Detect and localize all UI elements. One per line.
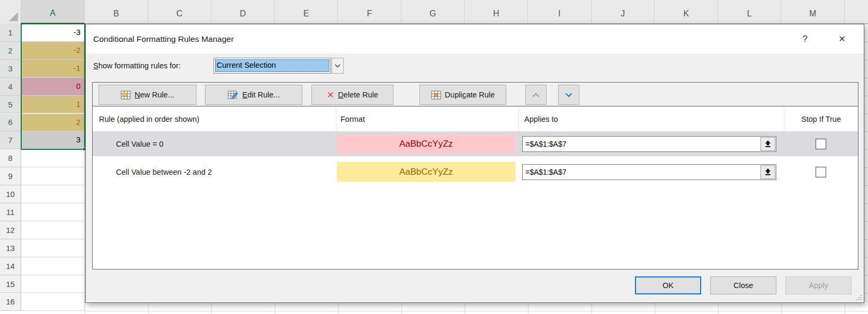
column-format: Format xyxy=(336,107,518,131)
column-header-m[interactable]: M xyxy=(781,0,845,24)
close-button[interactable]: Close xyxy=(710,276,776,294)
stop-if-true-checkbox[interactable] xyxy=(816,167,826,177)
sheet-row-4: 40 xyxy=(0,78,85,96)
row-header-1[interactable]: 1 xyxy=(0,24,21,42)
sheet-row-5: 51 xyxy=(0,96,85,114)
cell-a8[interactable] xyxy=(21,149,85,167)
dropdown-field[interactable]: Current Selection xyxy=(213,58,331,74)
applies-to-input[interactable]: =$A$1:$A$7 xyxy=(522,164,776,180)
collapse-dialog-button[interactable] xyxy=(760,137,775,151)
help-button[interactable]: ? xyxy=(797,24,813,53)
sheet-row-6: 62 xyxy=(0,114,85,132)
stop-if-true-checkbox[interactable] xyxy=(816,139,826,149)
sheet-row-11: 11 xyxy=(0,203,85,221)
row-header-3[interactable]: 3 xyxy=(0,60,21,78)
cell-a15[interactable] xyxy=(21,275,85,293)
select-all-triangle-icon xyxy=(9,12,18,21)
show-rules-label: Show formatting rules for: xyxy=(93,58,181,74)
column-stop-if-true: Stop If True xyxy=(784,107,858,131)
row-header-11[interactable]: 11 xyxy=(0,203,21,221)
cell-a4[interactable]: 0 xyxy=(21,78,85,96)
sheet-row-10: 10 xyxy=(0,185,85,203)
rule-row-1[interactable]: Cell Value = 0 AaBbCcYyZz =$A$1:$A$7 xyxy=(93,131,858,156)
row-header-7[interactable]: 7 xyxy=(0,131,21,149)
dropdown-selected-value: Current Selection xyxy=(215,59,329,72)
rule-description: Cell Value between -2 and 2 xyxy=(93,168,336,176)
ok-button[interactable]: OK xyxy=(635,276,701,294)
column-header-i[interactable]: I xyxy=(528,0,592,24)
column-header-j[interactable]: J xyxy=(592,0,655,24)
row-header-12[interactable]: 12 xyxy=(0,221,21,239)
chevron-up-icon xyxy=(532,93,540,97)
row-header-5[interactable]: 5 xyxy=(0,96,21,114)
row-header-13[interactable]: 13 xyxy=(0,239,21,257)
cell-a16[interactable] xyxy=(21,293,85,311)
column-header-row: A B C D E F G H I J K L M xyxy=(0,0,868,24)
column-header-d[interactable]: D xyxy=(211,0,275,24)
rules-list: Rule (applied in order shown) Format App… xyxy=(93,107,858,269)
applies-to-input[interactable]: =$A$1:$A$7 xyxy=(522,136,776,152)
cell-a7[interactable]: 3 xyxy=(21,131,85,149)
apply-button[interactable]: Apply xyxy=(785,276,852,294)
cell-a12[interactable] xyxy=(21,221,85,239)
sheet-row-9: 9 xyxy=(0,167,85,185)
format-preview: AaBbCcYyZz xyxy=(337,162,515,182)
row-header-4[interactable]: 4 xyxy=(0,78,21,96)
column-header-h[interactable]: H xyxy=(464,0,528,24)
row-header-9[interactable]: 9 xyxy=(0,167,21,185)
column-header-c[interactable]: C xyxy=(148,0,212,24)
column-header-partial xyxy=(845,0,868,24)
rules-list-header: Rule (applied in order shown) Format App… xyxy=(93,107,858,131)
cell-a3[interactable]: -1 xyxy=(21,60,85,78)
sheet-row-16: 16 xyxy=(0,293,85,311)
row-header-6[interactable]: 6 xyxy=(0,114,21,132)
sheet-row-7: 73 xyxy=(0,131,85,149)
column-header-k[interactable]: K xyxy=(655,0,718,24)
dialog-titlebar[interactable]: Conditional Formatting Rules Manager ? ✕ xyxy=(86,24,864,53)
cell-a5[interactable]: 1 xyxy=(21,96,85,114)
row-header-10[interactable]: 10 xyxy=(0,185,21,203)
column-header-f[interactable]: F xyxy=(338,0,401,24)
cell-a11[interactable] xyxy=(21,203,85,221)
duplicate-rule-button[interactable]: Duplicate Rule xyxy=(419,85,506,105)
column-header-a[interactable]: A xyxy=(21,0,85,24)
edit-rule-button[interactable]: Edit Rule... xyxy=(205,85,302,105)
cell-a6[interactable]: 2 xyxy=(21,114,85,132)
sheet-row-14: 14 xyxy=(0,257,85,275)
show-rules-dropdown[interactable]: Current Selection xyxy=(213,58,344,74)
close-icon[interactable]: ✕ xyxy=(834,24,850,53)
excel-window: A B C D E F G H I J K L M 1-3 2-2 3-1 40… xyxy=(0,0,868,314)
cell-a13[interactable] xyxy=(21,239,85,257)
new-rule-button[interactable]: New Rule... xyxy=(99,85,196,105)
sheet-row-3: 3-1 xyxy=(0,60,85,78)
cell-a9[interactable] xyxy=(21,167,85,185)
collapse-arrow-icon xyxy=(764,168,772,176)
cell-a10[interactable] xyxy=(21,185,85,203)
move-rule-down-button[interactable] xyxy=(558,85,579,105)
delete-rule-button[interactable]: ✕ Delete Rule xyxy=(311,85,393,105)
cell-a2[interactable]: -2 xyxy=(21,42,85,60)
dropdown-chevron-button[interactable] xyxy=(332,58,344,74)
row-header-8[interactable]: 8 xyxy=(0,149,21,167)
select-all-button[interactable] xyxy=(0,0,21,24)
column-header-g[interactable]: G xyxy=(401,0,465,24)
row-header-15[interactable]: 15 xyxy=(0,275,21,293)
row-header-2[interactable]: 2 xyxy=(0,42,21,60)
sheet-row-13: 13 xyxy=(0,239,85,257)
cell-a1[interactable]: -3 xyxy=(21,24,85,42)
row-header-14[interactable]: 14 xyxy=(0,257,21,275)
sheet-row-8: 8 xyxy=(0,149,85,167)
row-header-16[interactable]: 16 xyxy=(0,293,21,311)
move-rule-up-button[interactable] xyxy=(525,85,547,105)
collapse-dialog-button[interactable] xyxy=(760,165,775,179)
chevron-down-icon xyxy=(335,64,341,68)
column-header-l[interactable]: L xyxy=(718,0,782,24)
column-header-b[interactable]: B xyxy=(85,0,148,24)
resize-grip[interactable] xyxy=(855,294,862,301)
cell-a14[interactable] xyxy=(21,257,85,275)
column-header-e[interactable]: E xyxy=(275,0,338,24)
rule-row-2[interactable]: Cell Value between -2 and 2 AaBbCcYyZz =… xyxy=(93,159,858,184)
edit-rule-label: Edit Rule... xyxy=(243,91,280,99)
delete-x-icon: ✕ xyxy=(327,91,334,100)
chevron-down-icon xyxy=(565,93,572,97)
